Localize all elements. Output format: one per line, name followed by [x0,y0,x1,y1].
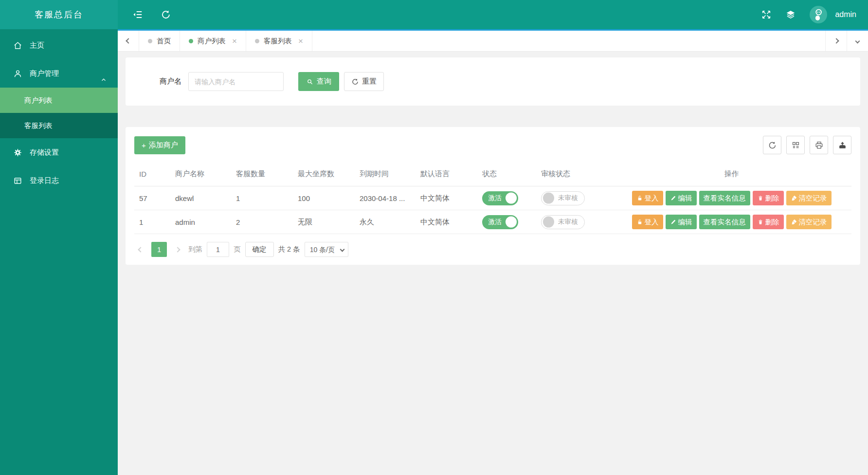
table-print-button[interactable] [810,136,828,154]
tab-label: 商户列表 [198,37,226,46]
fullscreen-icon[interactable] [761,9,772,20]
tab-dot [189,39,193,43]
close-icon[interactable]: × [298,37,303,45]
table-export-button[interactable] [833,136,851,154]
reset-icon [351,78,359,86]
audit-toggle[interactable]: 未审核 [541,215,585,229]
cell-id: 57 [134,186,170,210]
row-actions: 登入 编辑 查看实名信息 [616,191,847,205]
sidebar-item-login-log[interactable]: 登录日志 [0,166,118,195]
refresh-page-icon[interactable] [161,9,171,20]
clear-records-button[interactable]: 清空记录 [786,215,832,229]
merchant-name-input[interactable] [188,72,284,91]
chevron-left-icon [138,247,143,252]
cell-expire-time: 2030-04-18 ... [355,186,416,210]
table-tool-icons [763,136,851,154]
reset-button-label: 重置 [362,77,377,86]
cell-default-language: 中文简体 [416,210,477,234]
sidebar-item-home[interactable]: 主页 [0,31,118,59]
status-toggle[interactable]: 激活 [482,215,518,229]
sidebar-item-label: 主页 [30,41,44,50]
query-button-label: 查询 [317,77,331,86]
login-button[interactable]: 登入 [632,191,663,205]
goto-confirm-button[interactable]: 确定 [245,242,274,257]
sidebar: 客服总后台 主页 商户管理 商户列表 客服列表 [0,0,118,475]
close-icon[interactable]: × [232,37,237,45]
col-header-id: ID [134,162,170,186]
refresh-icon [768,141,777,150]
sidebar-item-label: 商户列表 [24,96,53,105]
sidebar-submenu: 商户列表 客服列表 [0,88,118,138]
delete-button[interactable]: 删除 [753,191,784,205]
col-header-agent-count: 客服数量 [231,162,293,186]
col-header-default-language: 默认语言 [416,162,477,186]
sidebar-item-service-list[interactable]: 客服列表 [0,113,118,138]
col-header-audit-status: 审核状态 [536,162,612,186]
sidebar-item-merchant-mgmt[interactable]: 商户管理 [0,59,118,88]
per-page-select[interactable]: 10 条/页 [305,242,348,257]
search-panel: 商户名 查询 重置 [126,57,860,106]
user-avatar[interactable] [810,6,827,23]
tabs-scroll-left-button[interactable] [118,31,139,51]
chevron-left-icon [126,38,131,43]
edit-button-label: 编辑 [678,194,692,203]
tab-home[interactable]: 首页 [139,31,180,51]
delete-button-label: 删除 [765,194,779,203]
clear-records-button[interactable]: 清空记录 [786,191,832,205]
cell-merchant-name: dkewl [170,186,231,210]
col-header-expire-time: 到期时间 [355,162,416,186]
tab-merchant-list[interactable]: 商户列表 × [180,31,246,51]
row-actions: 登入 编辑 查看实名信息 [616,215,847,229]
layers-icon[interactable] [785,9,796,20]
view-realname-label: 查看实名信息 [704,218,746,227]
cell-default-language: 中文简体 [416,186,477,210]
toggle-knob [543,193,554,204]
next-page-button[interactable] [171,242,184,257]
col-header-status: 状态 [477,162,536,186]
reset-button[interactable]: 重置 [344,72,384,91]
login-button[interactable]: 登入 [632,215,663,229]
topbar: admin [118,0,868,31]
view-realname-button[interactable]: 查看实名信息 [699,215,750,229]
username[interactable]: admin [835,10,856,19]
table-filter-columns-button[interactable] [786,136,805,154]
cell-agent-count: 2 [231,210,293,234]
view-realname-button[interactable]: 查看实名信息 [699,191,750,205]
prev-page-button[interactable] [134,242,147,257]
col-header-actions: 操作 [612,162,851,186]
pagination: 1 到第 页 确定 共 2 条 10 条/页 [134,242,851,257]
edit-button[interactable]: 编辑 [666,215,697,229]
sidebar-item-merchant-list[interactable]: 商户列表 [0,88,118,113]
clear-records-label: 清空记录 [799,194,827,203]
edit-button[interactable]: 编辑 [666,191,697,205]
goto-page-input[interactable] [207,242,229,257]
table-header-row: ID 商户名称 客服数量 最大坐席数 到期时间 默认语言 状态 审核状态 操作 [134,162,851,186]
sidebar-item-label: 商户管理 [30,69,59,78]
toggle-knob [506,217,517,228]
chevron-right-icon [175,247,180,252]
sidebar-item-storage-settings[interactable]: 存储设置 [0,138,118,166]
add-merchant-button[interactable]: + 添加商户 [134,136,185,154]
page-1-button[interactable]: 1 [151,242,167,257]
print-icon [814,141,824,150]
chevron-up-icon [100,76,107,83]
sidebar-item-label: 存储设置 [30,148,59,157]
table-refresh-button[interactable] [763,136,781,154]
merchant-table-panel: + 添加商户 [126,127,860,265]
cell-expire-time: 永久 [355,210,416,234]
brush-icon [791,195,797,201]
collapse-sidebar-icon[interactable] [132,9,143,20]
tab-dot [255,39,259,43]
chevron-down-icon [855,38,860,43]
audit-toggle-label: 未审核 [558,194,578,202]
tabs-scroll-right-button[interactable] [825,31,847,51]
delete-button[interactable]: 删除 [753,215,784,229]
export-icon [838,141,847,150]
tabs-menu-button[interactable] [847,31,868,51]
status-toggle-label: 激活 [488,194,502,202]
query-button[interactable]: 查询 [298,72,339,91]
sidebar-item-label: 登录日志 [30,176,59,185]
status-toggle[interactable]: 激活 [482,191,518,205]
tab-service-list[interactable]: 客服列表 × [246,31,312,51]
audit-toggle[interactable]: 未审核 [541,191,585,205]
